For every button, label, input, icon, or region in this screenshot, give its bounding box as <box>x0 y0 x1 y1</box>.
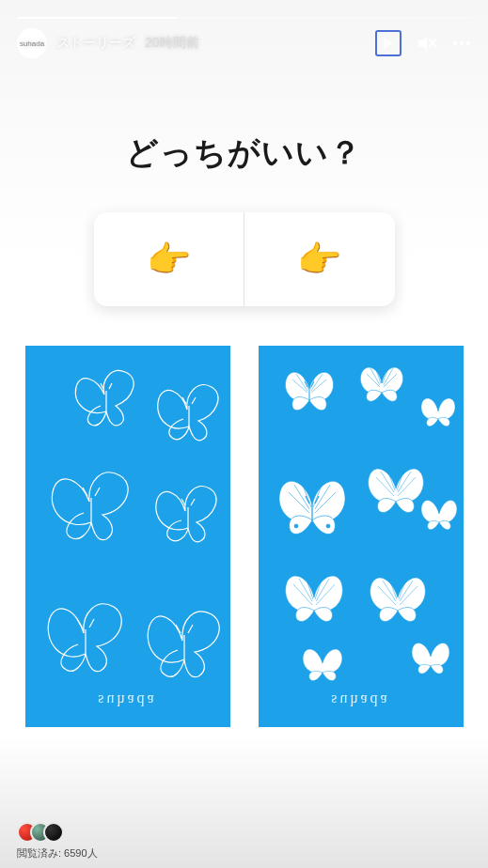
brand-label-right: suhada <box>270 690 452 716</box>
story-controls <box>375 30 471 56</box>
svg-point-3 <box>466 41 470 45</box>
author-username[interactable]: ストーリーズ <box>56 35 135 52</box>
poll-option-right[interactable]: 👉 <box>244 212 395 306</box>
story-timestamp: 20時間前 <box>145 35 199 52</box>
mute-icon <box>417 34 437 53</box>
design-options: suhada <box>25 346 464 727</box>
poll-option-left[interactable]: 👉 <box>94 212 245 306</box>
poll-widget: 👉 👉 <box>94 212 395 306</box>
story-footer[interactable]: 閲覧済み: 6590人 <box>17 822 98 860</box>
more-icon <box>452 40 471 46</box>
svg-marker-0 <box>384 38 393 49</box>
poll-question: どっちがいい？ <box>126 132 362 175</box>
mute-button[interactable] <box>417 34 437 53</box>
story-header: suhada ストーリーズ 20時間前 <box>17 28 471 58</box>
progress-track <box>17 17 471 19</box>
views-count-label: 閲覧済み: 6590人 <box>17 846 98 860</box>
design-card-left: suhada <box>25 346 230 727</box>
svg-point-4 <box>294 524 298 528</box>
design-art-right <box>270 357 452 690</box>
story-content: どっちがいい？ 👉 👉 <box>0 75 488 812</box>
svg-point-1 <box>453 41 457 45</box>
svg-point-5 <box>326 524 330 528</box>
more-button[interactable] <box>452 40 471 46</box>
progress-fill <box>17 17 176 19</box>
play-icon <box>383 37 394 50</box>
design-art-left <box>37 357 219 690</box>
viewer-avatars <box>17 822 98 843</box>
story-container: suhada ストーリーズ 20時間前 <box>0 0 488 868</box>
svg-point-2 <box>460 41 464 45</box>
viewer-avatar-3 <box>43 822 64 843</box>
brand-label-left: suhada <box>37 690 219 716</box>
design-card-right: suhada <box>259 346 464 727</box>
play-button[interactable] <box>375 30 401 56</box>
author-avatar[interactable]: suhada <box>17 28 47 58</box>
